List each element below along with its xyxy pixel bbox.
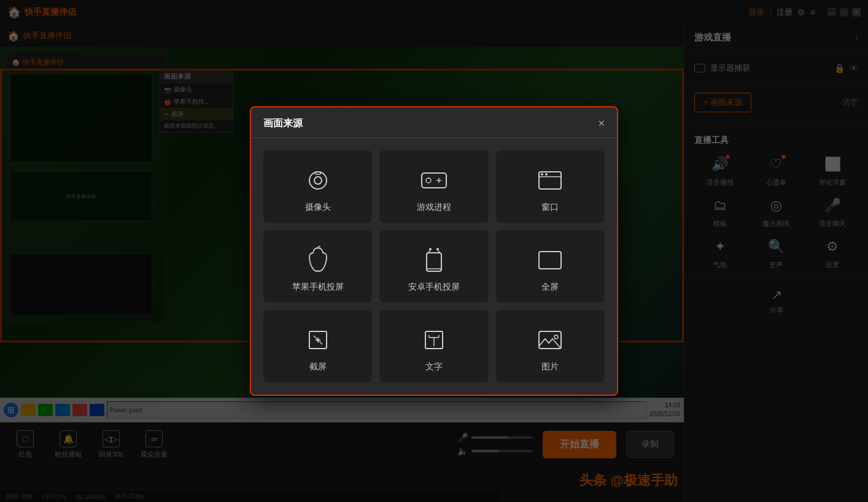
apple-card-label: 苹果手机投屏: [292, 282, 344, 293]
source-card-window[interactable]: 窗口: [496, 150, 605, 223]
source-card-text[interactable]: 文字: [379, 310, 488, 382]
fullscreen-card-label: 全屏: [541, 282, 559, 293]
crop-card-icon: [304, 325, 331, 355]
source-grid: 摄像头 游戏进程: [263, 150, 605, 382]
camera-card-icon: [304, 165, 331, 196]
svg-point-14: [429, 248, 432, 250]
svg-point-29: [554, 335, 558, 339]
game-card-label: 游戏进程: [417, 202, 451, 213]
modal-body: 摄像头 游戏进程: [251, 138, 617, 395]
modal-close-button[interactable]: ×: [598, 117, 605, 130]
image-card-label: 图片: [541, 361, 559, 373]
source-card-apple[interactable]: 苹果手机投屏: [263, 230, 372, 303]
svg-point-1: [314, 177, 322, 184]
crop-card-label: 截屏: [309, 361, 327, 373]
camera-card-label: 摄像头: [305, 202, 331, 213]
svg-rect-2: [316, 172, 320, 174]
svg-rect-28: [539, 331, 561, 349]
game-card-icon: [419, 165, 449, 196]
image-card-icon: [535, 325, 565, 355]
modal-title: 画面来源: [263, 117, 303, 130]
apple-card-icon: [304, 245, 331, 276]
source-card-crop[interactable]: 截屏: [263, 310, 372, 382]
svg-line-21: [314, 336, 317, 339]
source-card-fullscreen[interactable]: 全屏: [496, 230, 605, 303]
text-card-label: 文字: [425, 361, 443, 373]
source-modal: 画面来源 × 摄像头: [250, 106, 618, 396]
source-card-camera[interactable]: 摄像头: [263, 150, 372, 223]
source-card-android[interactable]: 安卓手机投屏: [379, 230, 488, 303]
source-card-game[interactable]: 游戏进程: [379, 150, 488, 223]
svg-point-10: [545, 173, 548, 176]
fullscreen-card-icon: [535, 245, 565, 276]
window-card-icon: [535, 165, 565, 196]
svg-point-15: [436, 248, 439, 250]
modal-overlay[interactable]: 画面来源 × 摄像头: [0, 0, 868, 502]
svg-point-4: [426, 178, 431, 183]
android-card-icon: [420, 245, 448, 276]
modal-header: 画面来源 ×: [251, 107, 617, 138]
svg-rect-3: [422, 173, 446, 188]
text-card-icon: [420, 325, 448, 355]
svg-point-9: [541, 173, 543, 176]
svg-rect-17: [539, 252, 561, 269]
svg-line-22: [319, 341, 322, 344]
android-card-label: 安卓手机投屏: [408, 282, 460, 293]
window-card-label: 窗口: [541, 202, 559, 213]
source-card-image[interactable]: 图片: [496, 310, 605, 382]
